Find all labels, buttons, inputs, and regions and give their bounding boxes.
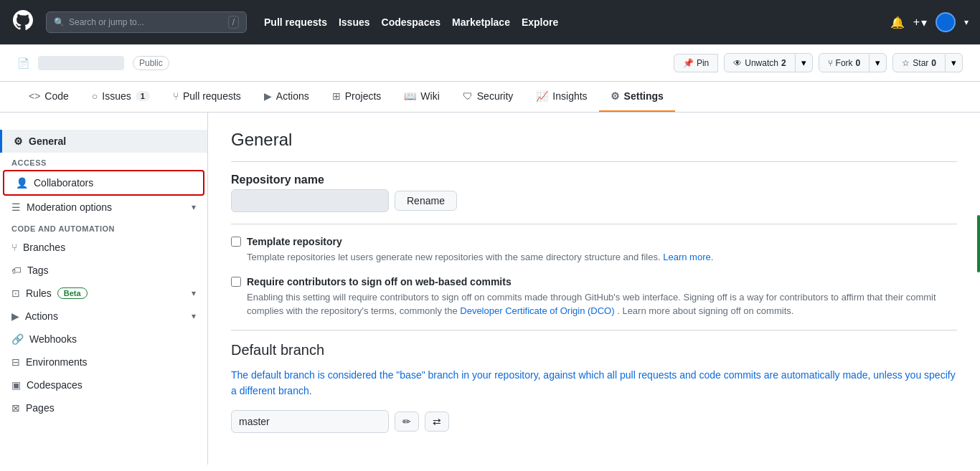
chevron-down-icon: ▾ (192, 288, 196, 298)
repo-name-input[interactable] (231, 189, 389, 212)
tag-icon: 🏷 (11, 265, 22, 276)
sidebar-item-environments[interactable]: ⊟ Environments (0, 351, 207, 374)
wiki-icon: 📖 (404, 90, 416, 102)
sign-off-item: Require contributors to sign off on web-… (231, 276, 957, 318)
sign-off-checkbox[interactable] (231, 277, 241, 287)
repo-name-row: Rename (231, 189, 957, 212)
search-icon: 🔍 (54, 17, 65, 27)
nav-codespaces[interactable]: Codespaces (382, 16, 440, 28)
visibility-badge: Public (133, 56, 169, 70)
sidebar-item-pages[interactable]: ⊠ Pages (0, 396, 207, 419)
nav-pull-requests[interactable]: Pull requests (264, 16, 327, 28)
actions-icon: ▶ (11, 310, 19, 322)
tab-security[interactable]: 🛡 Security (451, 82, 525, 112)
tab-code[interactable]: <> Code (17, 82, 80, 112)
settings-content: General Repository name Rename Template … (208, 113, 980, 465)
fork-button[interactable]: ⑂ Fork 0 (819, 53, 870, 72)
insights-icon: 📈 (536, 90, 548, 102)
person-icon: 👤 (16, 177, 28, 189)
tab-actions[interactable]: ▶ Actions (253, 82, 321, 112)
chevron-down-icon: ▾ (964, 17, 969, 27)
sidebar-item-rules[interactable]: ⊡ Rules Beta ▾ (0, 282, 207, 305)
default-branch-description: The default branch is considered the "ba… (231, 367, 957, 399)
sidebar-item-tags[interactable]: 🏷 Tags (0, 259, 207, 282)
sidebar-item-actions[interactable]: ▶ Actions ▾ (0, 305, 207, 328)
divider2 (231, 224, 957, 224)
sidebar-item-moderation[interactable]: ☰ Moderation options ▾ (0, 196, 207, 219)
pages-icon: ⊠ (11, 402, 20, 414)
repo-name[interactable] (38, 56, 124, 70)
branch-icon: ⑂ (11, 242, 17, 253)
nav-explore[interactable]: Explore (522, 16, 558, 28)
tab-issues[interactable]: ○ Issues 1 (80, 82, 161, 112)
template-repo-label[interactable]: Template repository (231, 236, 957, 247)
divider3 (231, 330, 957, 330)
edit-branch-button[interactable]: ✏ (395, 411, 419, 432)
repo-type-icon: 📄 (17, 57, 29, 69)
repo-name-label: Repository name (231, 173, 957, 186)
unwatch-dropdown[interactable]: ▾ (796, 53, 813, 72)
github-logo[interactable] (11, 9, 34, 36)
repo-header-actions: 📌 Pin 👁 Unwatch 2 ▾ ⑂ Fork 0 ▾ ☆ (674, 53, 963, 72)
settings-sidebar: ⚙ General Access 👤 Collaborators ☰ Moder… (0, 113, 208, 465)
unwatch-group: 👁 Unwatch 2 ▾ (724, 53, 812, 72)
sidebar-item-collaborators[interactable]: 👤 Collaborators (3, 170, 204, 196)
plus-icon: + (913, 16, 920, 29)
sign-off-label[interactable]: Require contributors to sign off on web-… (231, 276, 957, 287)
learn-more-link[interactable]: Learn more. (663, 252, 713, 262)
beta-badge: Beta (57, 287, 88, 299)
branch-name-input[interactable] (231, 410, 389, 433)
page-title: General (231, 130, 957, 150)
star-group: ☆ Star 0 ▾ (892, 53, 963, 72)
switch-branch-button[interactable]: ⇄ (425, 411, 449, 432)
nav-issues[interactable]: Issues (339, 16, 370, 28)
eye-icon: 👁 (733, 58, 742, 68)
avatar[interactable] (936, 12, 956, 32)
projects-icon: ⊞ (332, 90, 341, 102)
create-new-button[interactable]: + ▾ (913, 16, 927, 29)
repo-tabs: <> Code ○ Issues 1 ⑂ Pull requests ▶ Act… (0, 82, 980, 113)
tab-settings[interactable]: ⚙ Settings (599, 82, 675, 112)
default-branch-heading: Default branch (231, 342, 957, 358)
fork-dropdown[interactable]: ▾ (870, 53, 887, 72)
pr-icon: ⑂ (173, 90, 179, 102)
chevron-down-icon: ▾ (192, 311, 196, 321)
sidebar-item-codespaces[interactable]: ▣ Codespaces (0, 374, 207, 396)
access-section-label: Access (0, 153, 207, 170)
codespaces-icon: ▣ (11, 379, 21, 391)
rename-button[interactable]: Rename (395, 191, 457, 211)
unwatch-button[interactable]: 👁 Unwatch 2 (724, 53, 795, 72)
pin-icon: 📌 (683, 58, 694, 68)
notifications-button[interactable]: 🔔 (890, 16, 905, 29)
search-kbd: / (228, 16, 239, 29)
tab-pull-requests[interactable]: ⑂ Pull requests (161, 82, 253, 112)
code-icon: <> (29, 90, 40, 102)
star-dropdown[interactable]: ▾ (946, 53, 963, 72)
navbar-right: 🔔 + ▾ ▾ (890, 12, 969, 32)
scrollbar-accent[interactable] (977, 215, 980, 272)
issue-icon: ○ (92, 90, 98, 102)
template-repo-checkbox[interactable] (231, 237, 241, 247)
sidebar-item-branches[interactable]: ⑂ Branches (0, 236, 207, 259)
pin-button[interactable]: 📌 Pin (674, 54, 718, 72)
template-repo-item: Template repository Template repositorie… (231, 236, 957, 265)
star-button[interactable]: ☆ Star 0 (892, 53, 946, 72)
gear-icon: ⚙ (14, 135, 23, 147)
tab-wiki[interactable]: 📖 Wiki (392, 82, 451, 112)
branch-row: ✏ ⇄ (231, 410, 957, 433)
rules-icon: ⊡ (11, 287, 20, 299)
sidebar-item-general[interactable]: ⚙ General (0, 130, 207, 153)
fork-icon: ⑂ (828, 58, 833, 68)
dco-link[interactable]: Developer Certificate of Origin (DCO) (460, 305, 614, 316)
tab-projects[interactable]: ⊞ Projects (321, 82, 393, 112)
template-repo-description: Template repositories let users generate… (247, 250, 957, 265)
search-bar[interactable]: 🔍 Search or jump to... / (46, 11, 247, 33)
tab-insights[interactable]: 📈 Insights (524, 82, 598, 112)
sidebar-item-webhooks[interactable]: 🔗 Webhooks (0, 328, 207, 351)
repo-header: 📄 Public 📌 Pin 👁 Unwatch 2 ▾ ⑂ Fork 0 (0, 44, 980, 82)
sign-off-description: Enabling this setting will require contr… (247, 290, 957, 318)
nav-marketplace[interactable]: Marketplace (452, 16, 510, 28)
pin-group: 📌 Pin (674, 54, 718, 72)
security-icon: 🛡 (463, 90, 473, 102)
divider (231, 161, 957, 162)
